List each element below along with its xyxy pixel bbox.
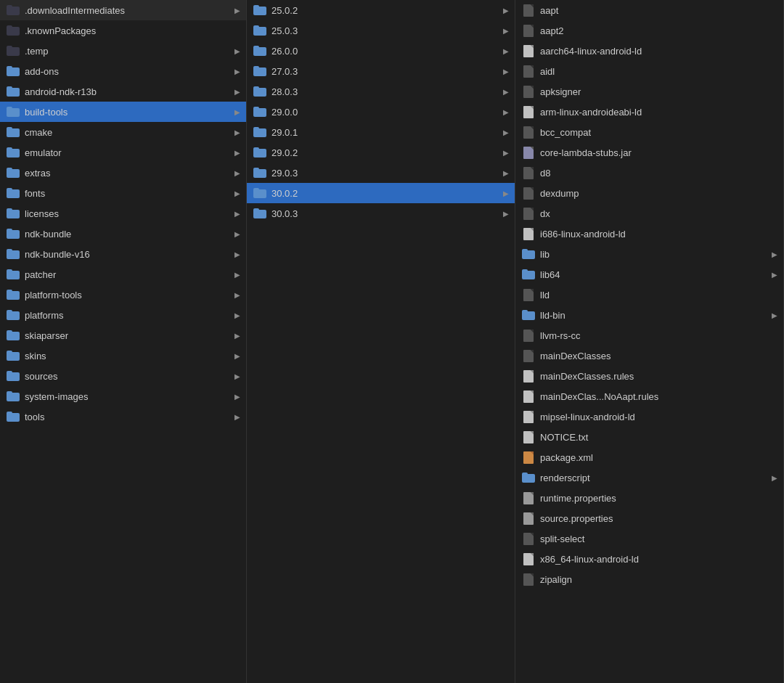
file-label: runtime.properties xyxy=(540,493,777,504)
list-item[interactable]: 29.0.3▶ xyxy=(247,163,515,183)
list-item[interactable]: system-images▶ xyxy=(0,386,246,406)
file-label: core-lambda-stubs.jar xyxy=(540,147,777,158)
list-item[interactable]: runtime.properties xyxy=(515,488,783,508)
file-label: tools xyxy=(25,412,234,422)
file-label: 25.0.3 xyxy=(271,25,503,36)
list-item[interactable]: x86_64-linux-android-ld xyxy=(515,549,783,569)
list-item[interactable]: split-select xyxy=(515,528,783,549)
list-item[interactable]: 29.0.1▶ xyxy=(247,122,515,142)
list-item[interactable]: 30.0.2▶ xyxy=(247,183,515,203)
file-icon xyxy=(521,552,536,566)
folder-icon xyxy=(6,267,20,282)
list-item[interactable]: ndk-bundle▶ xyxy=(0,224,246,244)
list-item[interactable]: patcher▶ xyxy=(0,264,246,285)
list-item[interactable]: i686-linux-android-ld xyxy=(515,224,783,244)
list-item[interactable]: core-lambda-stubs.jar xyxy=(515,142,783,163)
list-item[interactable]: 29.0.2▶ xyxy=(247,142,515,163)
file-label: cmake xyxy=(25,127,234,138)
list-item[interactable]: d8 xyxy=(515,163,783,183)
list-item[interactable]: source.properties xyxy=(515,508,783,528)
list-item[interactable]: skins▶ xyxy=(0,345,246,366)
file-label: d8 xyxy=(540,168,777,179)
file-label: 30.0.3 xyxy=(271,208,503,219)
chevron-right-icon: ▶ xyxy=(234,169,240,177)
file-label: licenses xyxy=(25,208,234,219)
list-item[interactable]: 27.0.3▶ xyxy=(247,61,515,81)
list-item[interactable]: aidl xyxy=(515,61,783,81)
list-item[interactable]: 30.0.3▶ xyxy=(247,203,515,224)
list-item[interactable]: 25.0.2▶ xyxy=(247,0,515,20)
file-label: patcher xyxy=(25,269,234,280)
file-icon xyxy=(521,125,536,139)
list-item[interactable]: licenses▶ xyxy=(0,203,246,224)
list-item[interactable]: skiaparser▶ xyxy=(0,325,246,345)
chevron-right-icon: ▶ xyxy=(503,189,509,197)
list-item[interactable]: .temp▶ xyxy=(0,41,246,61)
list-item[interactable]: .downloadIntermediates▶ xyxy=(0,0,246,20)
folder-icon xyxy=(6,348,20,363)
list-item[interactable]: add-ons▶ xyxy=(0,61,246,81)
list-item[interactable]: build-tools▶ xyxy=(0,102,246,122)
list-item[interactable]: mainDexClas...NoAapt.rules xyxy=(515,386,783,406)
folder-icon xyxy=(6,145,20,160)
list-item[interactable]: lld xyxy=(515,285,783,305)
list-item[interactable]: NOTICE.txt xyxy=(515,427,783,447)
list-item[interactable]: lib64▶ xyxy=(515,264,783,285)
list-item[interactable]: ndk-bundle-v16▶ xyxy=(0,244,246,264)
list-item[interactable]: platforms▶ xyxy=(0,305,246,325)
list-item[interactable]: 28.0.3▶ xyxy=(247,81,515,102)
list-item[interactable]: aarch64-linux-android-ld xyxy=(515,41,783,61)
list-item[interactable]: lld-bin▶ xyxy=(515,305,783,325)
list-item[interactable]: 25.0.3▶ xyxy=(247,20,515,41)
list-item[interactable]: renderscript▶ xyxy=(515,467,783,488)
list-item[interactable]: extras▶ xyxy=(0,163,246,183)
list-item[interactable]: arm-linux-androideabi-ld xyxy=(515,102,783,122)
column-2[interactable]: 25.0.2▶25.0.3▶26.0.0▶27.0.3▶28.0.3▶29.0.… xyxy=(247,0,515,683)
list-item[interactable]: .knownPackages xyxy=(0,20,246,41)
list-item[interactable]: cmake▶ xyxy=(0,122,246,142)
file-label: aapt xyxy=(540,5,777,16)
file-label: source.properties xyxy=(540,513,777,524)
list-item[interactable]: mainDexClasses.rules xyxy=(515,366,783,386)
file-label: lld-bin xyxy=(540,310,772,321)
chevron-right-icon: ▶ xyxy=(234,372,240,380)
list-item[interactable]: emulator▶ xyxy=(0,142,246,163)
list-item[interactable]: platform-tools▶ xyxy=(0,285,246,305)
column-1[interactable]: .downloadIntermediates▶.knownPackages.te… xyxy=(0,0,247,683)
list-item[interactable]: mainDexClasses xyxy=(515,345,783,366)
list-item[interactable]: lib▶ xyxy=(515,244,783,264)
file-label: 28.0.3 xyxy=(271,86,503,97)
list-item[interactable]: package.xml xyxy=(515,447,783,467)
list-item[interactable]: android-ndk-r13b▶ xyxy=(0,81,246,102)
file-label: 26.0.0 xyxy=(271,46,503,57)
file-label: 29.0.3 xyxy=(271,168,503,179)
column-3[interactable]: aaptaapt2aarch64-linux-android-ldaidlapk… xyxy=(515,0,784,683)
list-item[interactable]: sources▶ xyxy=(0,366,246,386)
folder-icon xyxy=(521,267,536,282)
folder-icon xyxy=(253,3,267,17)
folder-icon xyxy=(521,247,536,261)
list-item[interactable]: dexdump xyxy=(515,183,783,203)
folder-icon xyxy=(6,226,20,241)
chevron-right-icon: ▶ xyxy=(772,250,777,258)
chevron-right-icon: ▶ xyxy=(234,393,240,401)
list-item[interactable]: bcc_compat xyxy=(515,122,783,142)
list-item[interactable]: zipalign xyxy=(515,569,783,589)
file-label: renderscript xyxy=(540,473,772,483)
list-item[interactable]: dx xyxy=(515,203,783,224)
list-item[interactable]: 29.0.0▶ xyxy=(247,102,515,122)
list-item[interactable]: tools▶ xyxy=(0,406,246,427)
chevron-right-icon: ▶ xyxy=(503,108,509,116)
list-item[interactable]: aapt xyxy=(515,0,783,20)
file-icon xyxy=(521,226,536,241)
list-item[interactable]: 26.0.0▶ xyxy=(247,41,515,61)
chevron-right-icon: ▶ xyxy=(234,250,240,258)
file-label: lib64 xyxy=(540,269,772,280)
chevron-right-icon: ▶ xyxy=(234,47,240,55)
list-item[interactable]: mipsel-linux-android-ld xyxy=(515,406,783,427)
list-item[interactable]: aapt2 xyxy=(515,20,783,41)
list-item[interactable]: llvm-rs-cc xyxy=(515,325,783,345)
list-item[interactable]: fonts▶ xyxy=(0,183,246,203)
list-item[interactable]: apksigner xyxy=(515,81,783,102)
folder-icon xyxy=(6,409,20,424)
